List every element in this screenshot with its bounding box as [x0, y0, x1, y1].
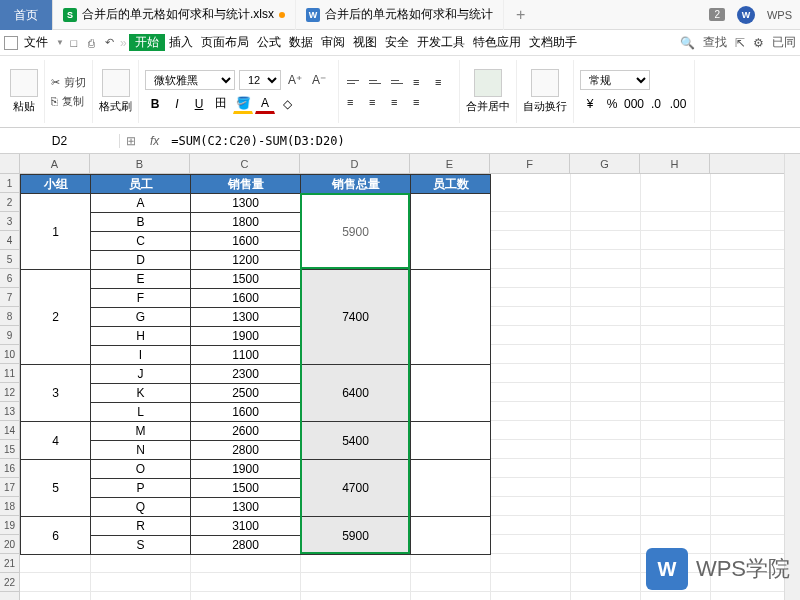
- sales-cell[interactable]: 1500: [191, 479, 301, 498]
- indent-left-icon[interactable]: ≡: [411, 73, 431, 91]
- sales-cell[interactable]: 1600: [191, 232, 301, 251]
- count-cell[interactable]: [411, 460, 491, 517]
- fill-color-button[interactable]: 🪣: [233, 94, 253, 114]
- font-name-select[interactable]: 微软雅黑: [145, 70, 235, 90]
- total-cell[interactable]: 4700: [301, 460, 411, 517]
- col-header[interactable]: E: [410, 154, 490, 173]
- row-header[interactable]: 21: [0, 554, 19, 573]
- wps-logo-icon[interactable]: W: [737, 6, 755, 24]
- employee-cell[interactable]: L: [91, 403, 191, 422]
- brush-icon[interactable]: [102, 69, 130, 97]
- ribbon-tab-7[interactable]: 安全: [381, 34, 413, 51]
- sales-cell[interactable]: 1800: [191, 213, 301, 232]
- search-button[interactable]: 查找: [703, 34, 727, 51]
- sales-cell[interactable]: 2500: [191, 384, 301, 403]
- decrease-font-icon[interactable]: A⁻: [309, 70, 329, 90]
- total-cell[interactable]: 5900: [301, 194, 411, 270]
- total-cell[interactable]: 6400: [301, 365, 411, 422]
- ribbon-tab-3[interactable]: 公式: [253, 34, 285, 51]
- tab-workbook-2[interactable]: W 合并后的单元格如何求和与统计: [296, 0, 504, 30]
- employee-cell[interactable]: F: [91, 289, 191, 308]
- col-header[interactable]: F: [490, 154, 570, 173]
- tab-workbook-1[interactable]: S 合并后的单元格如何求和与统计.xlsx: [53, 0, 296, 30]
- row-header[interactable]: 17: [0, 478, 19, 497]
- font-color-button[interactable]: A: [255, 94, 275, 114]
- employee-cell[interactable]: D: [91, 251, 191, 270]
- group-cell[interactable]: 3: [21, 365, 91, 422]
- paste-button[interactable]: 粘贴: [13, 99, 35, 114]
- ribbon-tab-9[interactable]: 特色应用: [469, 34, 525, 51]
- share-icon[interactable]: ⇱: [735, 36, 745, 50]
- employee-cell[interactable]: E: [91, 270, 191, 289]
- sales-cell[interactable]: 1600: [191, 289, 301, 308]
- row-header[interactable]: 18: [0, 497, 19, 516]
- cell-reference[interactable]: D2: [0, 134, 120, 148]
- employee-cell[interactable]: Q: [91, 498, 191, 517]
- function-icon[interactable]: ⊞: [120, 134, 142, 148]
- ribbon-tab-0[interactable]: 开始: [129, 34, 165, 51]
- employee-cell[interactable]: P: [91, 479, 191, 498]
- group-cell[interactable]: 1: [21, 194, 91, 270]
- align-middle-icon[interactable]: [367, 73, 387, 91]
- employee-cell[interactable]: M: [91, 422, 191, 441]
- sales-cell[interactable]: 1900: [191, 327, 301, 346]
- sales-cell[interactable]: 1900: [191, 460, 301, 479]
- row-header[interactable]: 22: [0, 573, 19, 592]
- row-header[interactable]: 15: [0, 440, 19, 459]
- align-center-icon[interactable]: ≡: [367, 93, 387, 111]
- row-header[interactable]: 13: [0, 402, 19, 421]
- row-header[interactable]: 1: [0, 174, 19, 193]
- sales-cell[interactable]: 3100: [191, 517, 301, 536]
- sales-cell[interactable]: 2800: [191, 536, 301, 555]
- sales-cell[interactable]: 1300: [191, 194, 301, 213]
- group-cell[interactable]: 2: [21, 270, 91, 365]
- undo-icon[interactable]: ↶: [102, 35, 118, 51]
- sales-cell[interactable]: 1300: [191, 498, 301, 517]
- row-header[interactable]: 8: [0, 307, 19, 326]
- clear-format-button[interactable]: ◇: [277, 94, 297, 114]
- comma-icon[interactable]: 000: [624, 94, 644, 114]
- employee-cell[interactable]: H: [91, 327, 191, 346]
- count-cell[interactable]: [411, 365, 491, 422]
- row-header[interactable]: 3: [0, 212, 19, 231]
- percent-icon[interactable]: %: [602, 94, 622, 114]
- align-left-icon[interactable]: ≡: [345, 93, 365, 111]
- increase-decimal-icon[interactable]: .00: [668, 94, 688, 114]
- row-header[interactable]: 19: [0, 516, 19, 535]
- employee-cell[interactable]: N: [91, 441, 191, 460]
- ribbon-tab-1[interactable]: 插入: [165, 34, 197, 51]
- cell-grid[interactable]: 小组员工销售量销售总量员工数1A13005900B1800C1600D12002…: [20, 174, 800, 600]
- sales-cell[interactable]: 2600: [191, 422, 301, 441]
- vertical-scrollbar[interactable]: [784, 154, 800, 600]
- decrease-decimal-icon[interactable]: .0: [646, 94, 666, 114]
- app-menu-icon[interactable]: [4, 36, 18, 50]
- underline-button[interactable]: U: [189, 94, 209, 114]
- row-header[interactable]: 10: [0, 345, 19, 364]
- save-icon[interactable]: □: [66, 35, 82, 51]
- sales-cell[interactable]: 1600: [191, 403, 301, 422]
- select-all-corner[interactable]: [0, 154, 20, 174]
- sales-cell[interactable]: 2800: [191, 441, 301, 460]
- cut-button[interactable]: ✂剪切: [51, 75, 86, 90]
- employee-cell[interactable]: I: [91, 346, 191, 365]
- align-right-icon[interactable]: ≡: [389, 93, 409, 111]
- group-cell[interactable]: 5: [21, 460, 91, 517]
- increase-font-icon[interactable]: A⁺: [285, 70, 305, 90]
- count-cell[interactable]: [411, 194, 491, 270]
- currency-icon[interactable]: ¥: [580, 94, 600, 114]
- row-header[interactable]: 7: [0, 288, 19, 307]
- col-header[interactable]: A: [20, 154, 90, 173]
- ribbon-tab-4[interactable]: 数据: [285, 34, 317, 51]
- total-cell[interactable]: 5400: [301, 422, 411, 460]
- row-header[interactable]: 12: [0, 383, 19, 402]
- col-header[interactable]: H: [640, 154, 710, 173]
- employee-cell[interactable]: J: [91, 365, 191, 384]
- sales-cell[interactable]: 2300: [191, 365, 301, 384]
- merge-center-button[interactable]: 合并居中: [466, 99, 510, 114]
- justify-icon[interactable]: ≡: [411, 93, 431, 111]
- format-painter-button[interactable]: 格式刷: [99, 99, 132, 114]
- sales-cell[interactable]: 1100: [191, 346, 301, 365]
- wrap-text-button[interactable]: 自动换行: [523, 99, 567, 114]
- col-header[interactable]: C: [190, 154, 300, 173]
- row-header[interactable]: 20: [0, 535, 19, 554]
